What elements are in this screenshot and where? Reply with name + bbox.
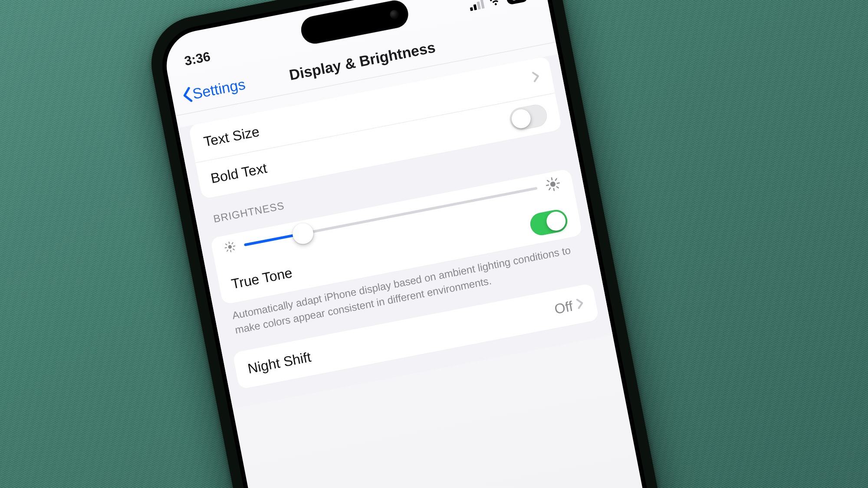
cellular-signal-icon (469, 0, 485, 11)
true-tone-label: True Tone (230, 265, 294, 292)
battery-percent: 59 (510, 0, 523, 3)
battery-indicator: 59 (506, 0, 529, 5)
text-size-label: Text Size (202, 123, 261, 150)
chevron-right-icon (575, 296, 585, 313)
svg-line-17 (549, 188, 551, 190)
svg-line-1 (229, 242, 230, 243)
wifi-icon (488, 0, 503, 7)
back-label: Settings (191, 75, 247, 102)
svg-line-12 (546, 185, 549, 186)
svg-line-16 (555, 179, 557, 180)
svg-line-5 (226, 244, 227, 245)
svg-line-10 (552, 178, 552, 180)
brightness-thumb[interactable] (291, 221, 315, 246)
svg-line-14 (547, 180, 549, 182)
svg-line-2 (230, 250, 231, 252)
svg-line-6 (233, 249, 234, 250)
svg-point-9 (550, 181, 556, 187)
bold-text-label: Bold Text (210, 160, 269, 187)
back-button[interactable]: Settings (181, 75, 247, 104)
svg-line-4 (233, 246, 235, 246)
chevron-right-icon (531, 69, 541, 86)
night-shift-value: Off (553, 298, 574, 317)
sun-max-icon (544, 176, 562, 195)
svg-line-11 (554, 188, 554, 190)
svg-line-3 (225, 248, 227, 248)
night-shift-label: Night Shift (247, 349, 312, 377)
svg-line-7 (232, 242, 233, 244)
svg-line-8 (227, 250, 228, 251)
status-time: 3:36 (183, 49, 211, 69)
sun-min-icon (224, 240, 237, 255)
svg-line-13 (557, 183, 559, 183)
svg-line-15 (557, 187, 559, 188)
true-tone-toggle[interactable] (528, 208, 569, 237)
bold-text-toggle[interactable] (508, 102, 549, 131)
svg-point-0 (228, 245, 232, 249)
